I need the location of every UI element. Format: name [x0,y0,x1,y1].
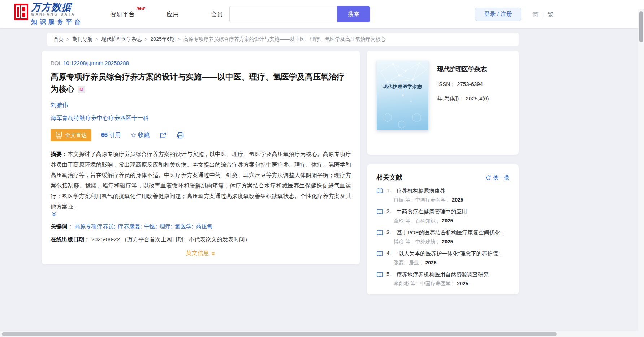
fulltext-button[interactable]: free 全文直达 [51,129,91,141]
nav-item[interactable]: 智研平台 new [110,10,135,18]
english-info-toggle[interactable]: 英文信息 [186,250,216,257]
nav-item[interactable]: 会员 [211,10,223,18]
related-item-source[interactable]: 百科知识 ; [415,218,438,224]
svg-text:free: free [57,137,61,139]
vertical-scrollbar[interactable] [638,9,644,337]
search-input[interactable] [229,6,337,22]
journal-issn-row: ISSN： 2753-6394 [437,81,489,88]
related-item-title[interactable]: 中药食疗在健康管理中的应用 [397,208,467,215]
login-register-button[interactable]: 登录 / 注册 [475,8,521,21]
affiliation-link[interactable]: 海军青岛特勤疗养中心疗养四区十一科 [51,115,149,121]
search-bar: 搜索 [229,6,370,22]
doi-row: DOI: 10.12208/j.jmnm.20250288 [51,60,351,66]
book-icon [376,230,384,236]
language-switch: 简 | 繁 [532,10,553,19]
item-number: 5. [386,271,394,277]
related-item-authors[interactable]: 童玲 等; [394,218,412,224]
online-date-label: 在线出版日期： [51,236,90,242]
brand-tagline: 知识服务平台 [31,18,83,26]
quote-icon: 66 [101,131,107,139]
cite-button[interactable]: 66 引用 [101,131,121,139]
english-info-chevron-icon [211,251,216,256]
related-item-authors[interactable]: 博彦 等; [394,239,412,245]
breadcrumb-separator: > [95,36,98,42]
related-list: 1. 疗养机构糖尿病康养 肖振 等; 中国疗养医学 ; 2025 [376,187,509,287]
share-icon [159,131,167,139]
keyword-link[interactable]: 高原专项疗养员; [74,223,115,229]
affiliation-row: 海军青岛特勤疗养中心疗养四区十一科 [51,115,351,122]
keyword-link[interactable]: 氢医学; [175,223,193,229]
abstract-text: 本文探讨了高原专项疗养员综合疗养方案的设计与实施，以中医、理疗、氢医学及高压氧治… [51,151,351,209]
related-item-source[interactable]: 居业 ; [409,260,422,265]
keyword-link[interactable]: 高压氧 [196,223,213,229]
related-item-title[interactable]: 基于POE的医养结合机构医疗康复空间优化... [397,229,505,236]
breadcrumb-item: 期刊导航 > [72,36,101,43]
volume-label: 年,卷(期)： [437,95,464,101]
refresh-related-button[interactable]: 换一换 [485,174,509,181]
english-info-row: 英文信息 [51,250,351,257]
keyword-link[interactable]: 中医; [144,223,157,229]
related-item-authors[interactable]: 李如彬 等; [394,281,417,286]
author-link[interactable]: 刘雅伟 [51,102,68,108]
keyword-link[interactable]: 理疗; [160,223,172,229]
lang-traditional[interactable]: 繁 [547,10,553,19]
main-nav: 智研平台 new 应用 会员 [110,10,223,18]
journal-volume-row: 年,卷(期)： 2025,4(6) [437,95,489,102]
book-icon [376,251,384,257]
related-item-source[interactable]: 中外建筑 ; [415,239,438,245]
search-button[interactable]: 搜索 [337,6,370,22]
free-download-icon: free [55,131,62,139]
breadcrumb-separator: > [178,36,181,42]
related-item-authors[interactable]: 张磊; [394,260,405,265]
horizontal-scrollbar-thumb[interactable] [2,332,557,336]
site-header: 万方数据 WANFANG DATA 知识服务平台 智研平台 new 应用 会员 … [0,0,644,28]
new-badge: new [137,6,145,11]
nav-item[interactable]: 应用 [167,10,179,18]
book-icon [376,272,384,278]
keywords-row: 关键词： 高原专项疗养员;疗养康复;中医;理疗;氢医学;高压氧 [51,222,351,231]
related-item-source[interactable]: 中国疗养医学 ; [420,281,454,286]
online-date-note: （万方平台首次上网日期，不代表论文的发表时间） [121,236,250,242]
print-button[interactable] [177,131,184,139]
lang-divider: | [542,11,544,18]
related-item-title[interactable]: "以人为本的医养护一体化"理念下的养护院... [397,250,502,257]
list-item: 2. 中药食疗在健康管理中的应用 童玲 等; 百科知识 ; 2025 [376,208,509,224]
abstract-label: 摘要： [51,151,68,157]
related-item-year: 2025 [425,260,436,265]
issn-value: 2753-6394 [457,81,483,87]
item-number: 2. [386,208,394,214]
cover-network-decoration [377,61,429,130]
related-item-source[interactable]: 中国疗养医学 ; [415,197,449,203]
share-button[interactable] [159,131,167,139]
item-number: 3. [386,229,394,235]
horizontal-scrollbar[interactable] [0,331,644,337]
doi-label: DOI: [51,60,62,66]
book-icon [376,188,384,194]
journal-cover[interactable]: 现代护理医学杂志 [376,61,429,130]
vertical-scrollbar-thumb[interactable] [639,11,643,42]
article-card: DOI: 10.12208/j.jmnm.20250288 高原专项疗养员综合疗… [42,51,360,264]
journal-name[interactable]: 现代护理医学杂志 [437,65,489,73]
wanfang-logo[interactable]: 万方数据 WANFANG DATA 知识服务平台 [14,2,83,26]
related-item-title[interactable]: 疗养地疗养机构医用自然资源调查研究 [397,271,489,278]
breadcrumb-item: 现代护理医学杂志 > [101,36,150,43]
lang-simplified[interactable]: 简 [532,10,539,19]
list-item: 4. "以人为本的医养护一体化"理念下的养护院... 张磊; 居业 ; 2025 [376,250,509,266]
list-item: 3. 基于POE的医养结合机构医疗康复空间优化... 博彦 等; 中外建筑 ; … [376,229,509,245]
brand-name-en: WANFANG DATA [31,12,83,17]
online-date-row: 在线出版日期： 2025-08-22 （万方平台首次上网日期，不代表论文的发表时… [51,236,351,243]
related-item-title[interactable]: 疗养机构糖尿病康养 [397,187,445,194]
breadcrumb-separator: > [66,36,69,42]
doi-link[interactable]: 10.12208/j.jmnm.20250288 [63,60,129,66]
brand-name-cn: 万方数据 [31,2,83,12]
related-heading: 相关文献 [376,173,402,182]
metrics-badge[interactable]: M [78,86,85,93]
breadcrumb-item: 2025年6期 > [151,36,183,43]
favorite-button[interactable]: ☆ 收藏 [130,131,150,139]
refresh-icon [485,174,491,180]
page-title: 高原专项疗养员综合疗养方案的设计与实施——以中医、理疗、氢医学及高压氧治疗为核心… [51,71,351,95]
expand-abstract-chevron-icon[interactable] [51,212,57,217]
keyword-link[interactable]: 疗养康复; [118,223,142,229]
keywords-label: 关键词： [51,223,73,229]
related-item-authors[interactable]: 肖振 等; [394,197,412,203]
